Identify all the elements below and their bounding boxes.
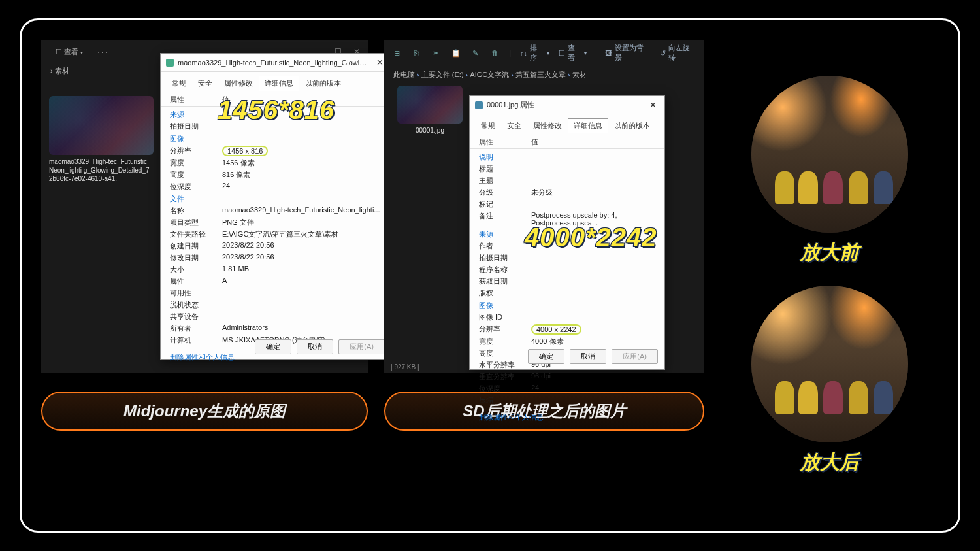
prop-vres-key: 垂直分辨率 bbox=[479, 372, 531, 382]
prop-copyright-key: 版权 bbox=[479, 288, 531, 298]
header-property: 属性 bbox=[479, 137, 531, 147]
prop-name-value: maomao3329_High-tech_Futuristic_Neon_lig… bbox=[222, 206, 382, 216]
prop-attributes-value: A bbox=[222, 276, 382, 286]
prop-resolution-value: 4000 x 2242 bbox=[531, 324, 581, 335]
prop-vres-value: 96 dpi bbox=[531, 372, 655, 382]
prop-attributes-key: 属性 bbox=[170, 276, 222, 286]
prop-bitdepth-key: 位深度 bbox=[170, 182, 222, 192]
copy-icon[interactable]: ⎘ bbox=[412, 48, 422, 58]
prop-height-value: 816 像素 bbox=[222, 170, 382, 180]
prop-owner-value: Administrators bbox=[222, 324, 382, 333]
view-menu-button[interactable]: ☐ 查看 ▾ bbox=[49, 45, 90, 59]
label-after-upscale: 放大后 bbox=[800, 449, 859, 476]
prop-size-key: 大小 bbox=[170, 265, 222, 275]
right-screenshot: ⊞ ⎘ ✂ 📋 ✎ 🗑 | ↑↓ 排序▾ ☐ 查看▾ 🖼 设置为背景 ↺ 向左旋… bbox=[384, 40, 704, 373]
file-thumbnail[interactable] bbox=[49, 96, 154, 155]
ok-button[interactable]: 确定 bbox=[528, 349, 564, 364]
cancel-button[interactable]: 取消 bbox=[297, 339, 333, 354]
tab-security[interactable]: 安全 bbox=[192, 76, 218, 91]
tab-general[interactable]: 常规 bbox=[166, 76, 192, 91]
caption-pill-left: Midjourney生成的原图 bbox=[41, 392, 368, 431]
prop-created-key: 创建日期 bbox=[170, 241, 222, 251]
section-description: 说明 bbox=[479, 150, 655, 163]
tab-details[interactable]: 详细信息 bbox=[568, 118, 608, 133]
file-thumbnail-caption: 00001.jpg bbox=[397, 126, 463, 135]
prop-acquired-key: 获取日期 bbox=[479, 276, 531, 286]
set-as-background-button[interactable]: 🖼 设置为背景 bbox=[605, 43, 650, 63]
prop-subject-key: 主题 bbox=[479, 176, 531, 186]
tab-security[interactable]: 安全 bbox=[501, 118, 527, 133]
section-image: 图像 bbox=[170, 132, 382, 144]
prop-computer-key: 计算机 bbox=[170, 335, 222, 345]
more-button[interactable]: ··· bbox=[97, 46, 109, 57]
prop-hres-key: 水平分辨率 bbox=[479, 360, 531, 370]
prop-tags-key: 标记 bbox=[479, 199, 531, 209]
prop-modified-value: 2023/8/22 20:56 bbox=[222, 253, 382, 263]
apply-button[interactable]: 应用(A) bbox=[612, 349, 658, 364]
label-before-upscale: 放大前 bbox=[800, 239, 859, 266]
tab-general[interactable]: 常规 bbox=[475, 118, 501, 133]
prop-modified-key: 修改日期 bbox=[170, 253, 222, 263]
tab-previous-versions[interactable]: 以前的版本 bbox=[608, 118, 656, 133]
breadcrumb[interactable]: 此电脑 › 主要文件 (E:) › AIGC文字流 › 第五篇三火文章 › 素材 bbox=[384, 66, 704, 84]
remove-properties-link[interactable]: 删除属性和个人信息 bbox=[470, 407, 664, 427]
delete-icon[interactable]: 🗑 bbox=[489, 48, 500, 58]
prop-author-key: 作者 bbox=[479, 241, 531, 251]
tab-previous-versions[interactable]: 以前的版本 bbox=[299, 76, 347, 91]
tab-attribute-modify[interactable]: 属性修改 bbox=[527, 118, 568, 133]
prop-folderpath-value: E:\AIGC文字流\第五篇三火文章\素材 bbox=[222, 229, 382, 239]
section-image: 图像 bbox=[479, 299, 655, 311]
prop-width-key: 宽度 bbox=[479, 337, 531, 346]
view-button[interactable]: ☐ 查看▾ bbox=[559, 43, 587, 63]
prop-size-value: 1.81 MB bbox=[222, 265, 382, 275]
prop-folderpath-key: 文件夹路径 bbox=[170, 229, 222, 239]
prop-shotdate-key: 拍摄日期 bbox=[479, 253, 531, 263]
prop-created-value: 2023/8/22 20:56 bbox=[222, 241, 382, 251]
sort-button[interactable]: ↑↓ 排序▾ bbox=[520, 43, 549, 63]
prop-compression-key: 压缩 bbox=[479, 395, 531, 405]
preview-circle-before bbox=[751, 76, 908, 233]
prop-program-key: 程序名称 bbox=[479, 265, 531, 275]
ok-button[interactable]: 确定 bbox=[255, 339, 291, 354]
prop-offline-key: 脱机状态 bbox=[170, 300, 222, 310]
prop-owner-key: 所有者 bbox=[170, 324, 222, 333]
apply-button[interactable]: 应用(A) bbox=[338, 339, 385, 354]
prop-width-value: 1456 像素 bbox=[222, 158, 382, 168]
close-icon[interactable]: ✕ bbox=[647, 100, 659, 110]
section-file: 文件 bbox=[170, 192, 382, 205]
overlay-text-left: 1456*816 bbox=[218, 95, 335, 125]
prop-type-key: 项目类型 bbox=[170, 218, 222, 227]
tab-details[interactable]: 详细信息 bbox=[259, 76, 299, 91]
cut-icon[interactable]: ✂ bbox=[431, 48, 442, 58]
file-thumbnail[interactable] bbox=[397, 86, 463, 124]
slide-frame: ☐ 查看 ▾ ··· — ☐ ✕ › 素材 maomao3329_High-te… bbox=[20, 18, 960, 533]
prop-title-key: 标题 bbox=[479, 164, 531, 174]
prop-rating-value: 未分级 bbox=[531, 188, 655, 197]
prop-width-key: 宽度 bbox=[170, 158, 222, 168]
cancel-button[interactable]: 取消 bbox=[570, 349, 606, 364]
dialog-title: 00001.jpg 属性 bbox=[487, 100, 643, 110]
prop-shotdate: 拍摄日期 bbox=[170, 122, 222, 131]
new-icon[interactable]: ⊞ bbox=[392, 48, 402, 58]
prop-height-key: 高度 bbox=[479, 348, 531, 358]
header-value: 值 bbox=[531, 137, 538, 147]
file-icon bbox=[166, 59, 174, 67]
header-property: 属性 bbox=[170, 95, 222, 105]
file-thumbnail-caption: maomao3329_High-tec_Futuristic_Neon_ligh… bbox=[49, 158, 154, 183]
dialog-title: maomao3329_High-tech_Futuristic_Neon_lig… bbox=[178, 59, 370, 67]
prop-bitdepth-value: 24 bbox=[222, 182, 382, 192]
prop-name-key: 名称 bbox=[170, 206, 222, 216]
prop-bitdepth-value: 24 bbox=[531, 384, 655, 393]
prop-resolution-key: 分辨率 bbox=[479, 324, 531, 335]
overlay-text-right: 4000*2242 bbox=[525, 223, 657, 252]
tab-attribute-modify[interactable]: 属性修改 bbox=[218, 76, 259, 91]
prop-imageid-key: 图像 ID bbox=[479, 312, 531, 322]
paste-icon[interactable]: 📋 bbox=[451, 48, 461, 58]
prop-resolution-value: 1456 x 816 bbox=[222, 146, 268, 156]
prop-width-value: 4000 像素 bbox=[531, 337, 655, 346]
prop-type-value: PNG 文件 bbox=[222, 218, 382, 227]
rename-icon[interactable]: ✎ bbox=[470, 48, 480, 58]
rotate-left-button[interactable]: ↺ 向左旋转 bbox=[660, 43, 696, 63]
file-icon bbox=[475, 101, 483, 109]
prop-height-key: 高度 bbox=[170, 170, 222, 180]
